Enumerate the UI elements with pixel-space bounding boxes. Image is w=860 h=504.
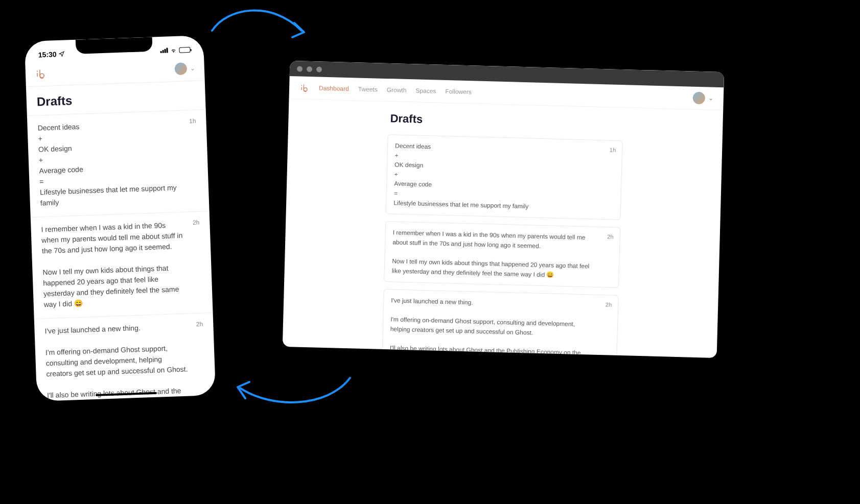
svg-point-1 — [301, 85, 303, 86]
nav-dashboard[interactable]: Dashboard — [319, 84, 349, 92]
draft-content: I remember when I was a kid in the 90s w… — [392, 228, 613, 281]
chevron-down-icon: ⌄ — [708, 94, 713, 102]
phone-notch — [76, 37, 153, 54]
desktop-mockup: Dashboard Tweets Growth Spaces Followers… — [283, 61, 724, 358]
nav-spaces[interactable]: Spaces — [415, 87, 436, 94]
phone-screen: 15:30 ⌄ Drafts — [25, 35, 216, 401]
avatar — [693, 92, 706, 105]
draft-content: Decent ideas + OK design + Average code … — [37, 117, 199, 209]
draft-content: I've just launched a new thing. I'm offe… — [389, 296, 611, 358]
user-menu[interactable]: ⌄ — [693, 92, 714, 105]
draft-time: 2h — [606, 300, 612, 309]
draft-time: 2h — [193, 218, 200, 227]
svg-point-0 — [37, 70, 38, 71]
arrow-top — [204, 3, 312, 49]
signal-icon — [160, 48, 168, 54]
traffic-light-maximize[interactable] — [316, 66, 322, 72]
wifi-icon — [170, 46, 177, 54]
avatar — [174, 62, 187, 75]
draft-item[interactable]: 1h Decent ideas + OK design + Average co… — [27, 110, 210, 218]
draft-item[interactable]: 2h I've just launched a new thing. I'm o… — [381, 289, 619, 358]
draft-content: I've just launched a new thing. I'm offe… — [44, 320, 206, 401]
app-logo — [35, 67, 48, 80]
drafts-list: 1h Decent ideas + OK design + Average co… — [27, 110, 216, 401]
chevron-down-icon: ⌄ — [190, 65, 195, 72]
app-logo — [299, 82, 310, 93]
user-menu[interactable]: ⌄ — [174, 62, 195, 75]
draft-time: 2h — [196, 319, 203, 328]
phone-mockup: 15:30 ⌄ Drafts — [19, 30, 221, 406]
battery-icon — [179, 47, 190, 53]
location-icon — [58, 51, 64, 57]
draft-time: 1h — [610, 146, 616, 154]
draft-item[interactable]: 2h I remember when I was a kid in the 90… — [31, 211, 213, 319]
traffic-light-close[interactable] — [297, 66, 303, 71]
nav-growth[interactable]: Growth — [387, 86, 407, 94]
desktop-content: Drafts 1h Decent ideas + OK design + Ave… — [381, 102, 623, 358]
nav-followers[interactable]: Followers — [445, 88, 472, 95]
desktop-nav: Dashboard Tweets Growth Spaces Followers — [299, 82, 472, 97]
status-time: 15:30 — [38, 50, 56, 59]
draft-item[interactable]: 2h I remember when I was a kid in the 90… — [384, 221, 620, 288]
draft-time: 2h — [607, 233, 614, 242]
draft-content: I remember when I was a kid in the 90s w… — [41, 219, 202, 310]
traffic-light-minimize[interactable] — [307, 66, 312, 71]
draft-content: Decent ideas + OK design + Average code … — [393, 141, 615, 213]
draft-item[interactable]: 1h Decent ideas + OK design + Average co… — [386, 134, 623, 220]
draft-item[interactable]: 2h I've just launched a new thing. I'm o… — [34, 313, 216, 401]
draft-time: 1h — [189, 116, 196, 126]
page-title: Drafts — [388, 112, 623, 131]
nav-tweets[interactable]: Tweets — [358, 85, 378, 93]
arrow-bottom — [225, 368, 358, 414]
